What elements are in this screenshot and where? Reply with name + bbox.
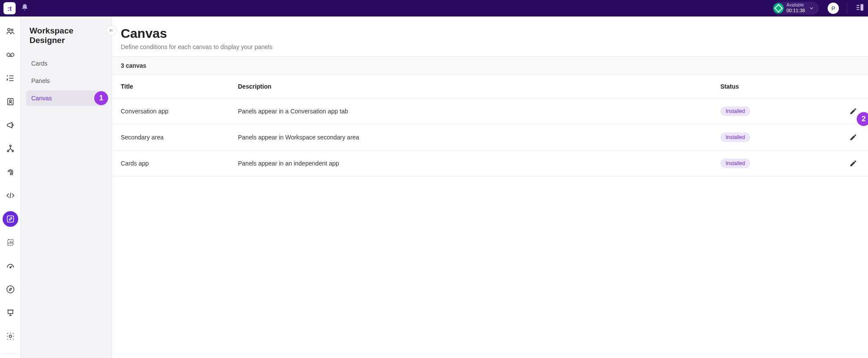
- panel-toggle-button[interactable]: [855, 3, 865, 14]
- cell-description: Panels appear in Workspace secondary are…: [238, 134, 720, 141]
- sidebar-item-panels[interactable]: Panels: [26, 73, 106, 89]
- rail-item-8[interactable]: [3, 188, 18, 203]
- chevron-left-bar-icon: [109, 28, 114, 33]
- cell-description: Panels appear in an independent app: [238, 160, 720, 167]
- gauge-icon: [6, 261, 15, 271]
- svg-point-22: [7, 286, 14, 293]
- rail-item-7[interactable]: [3, 164, 18, 180]
- bell-icon: [21, 3, 29, 11]
- svg-point-14: [10, 145, 11, 147]
- users-icon: [6, 27, 15, 36]
- callout-badge-2: 2: [857, 112, 868, 126]
- status-badge: Installed: [720, 159, 750, 168]
- pencil-icon: [849, 133, 857, 141]
- top-divider: [847, 3, 847, 13]
- column-title: Title: [121, 83, 238, 90]
- table-row: Secondary area Panels appear in Workspac…: [112, 124, 868, 150]
- cell-title: Conversation app: [121, 108, 238, 115]
- rail-divider: [4, 354, 17, 354]
- status-label: Available: [786, 3, 805, 8]
- page-title: Canvas: [121, 26, 859, 41]
- svg-point-16: [12, 150, 13, 152]
- chevron-down-icon: [809, 5, 815, 11]
- rail-item-6[interactable]: [3, 141, 18, 156]
- svg-point-15: [7, 150, 9, 152]
- panel-toggle-icon: [855, 3, 865, 12]
- app-logo[interactable]: :t: [3, 2, 16, 14]
- rail-item-10[interactable]: [3, 235, 18, 250]
- cell-title: Cards app: [121, 160, 238, 167]
- user-avatar[interactable]: P: [828, 3, 839, 14]
- results-count: 3 canvas: [112, 56, 868, 75]
- edit-square-icon: [6, 214, 15, 224]
- svg-line-17: [10, 193, 11, 199]
- svg-point-5: [11, 29, 13, 31]
- icon-rail: [0, 17, 21, 358]
- top-bar: :t Available 00:11:38 P: [0, 0, 868, 17]
- cell-title: Secondary area: [121, 134, 238, 141]
- collapse-sidebar-button[interactable]: [106, 25, 117, 36]
- rail-item-settings[interactable]: [3, 328, 18, 344]
- rail-item-3[interactable]: [3, 70, 18, 86]
- contact-icon: [6, 97, 15, 106]
- column-description: Description: [238, 83, 720, 90]
- voicemail-icon: [6, 50, 15, 60]
- fingerprint-icon: [6, 167, 15, 177]
- page-subtitle: Define conditions for each canvas to dis…: [121, 43, 859, 50]
- status-badge: Installed: [720, 133, 750, 142]
- compass-icon: [6, 285, 15, 294]
- svg-rect-0: [861, 4, 863, 11]
- sidebar-title: Workspace Designer: [26, 26, 106, 45]
- column-status: Status: [720, 83, 833, 90]
- gear-icon: [6, 331, 15, 341]
- list-ordered-icon: [6, 73, 15, 83]
- svg-point-7: [10, 53, 13, 56]
- sidebar-item-label: Canvas: [31, 95, 52, 102]
- megaphone-icon: [6, 120, 15, 130]
- svg-point-27: [9, 335, 12, 338]
- rail-item-2[interactable]: [3, 47, 18, 63]
- sidebar: Workspace Designer Cards Panels Canvas 1: [21, 17, 112, 358]
- pencil-icon: [849, 159, 857, 167]
- agent-status-pill[interactable]: Available 00:11:38: [772, 2, 819, 14]
- presentation-icon: [6, 308, 15, 318]
- edit-row-button[interactable]: [847, 157, 859, 169]
- svg-rect-24: [8, 310, 13, 314]
- status-timer: 00:11:38: [786, 8, 805, 13]
- table-row: Conversation app Panels appear in a Conv…: [112, 98, 868, 124]
- callout-badge-1: 1: [94, 91, 108, 105]
- rail-item-12[interactable]: [3, 282, 18, 297]
- sidebar-item-canvas[interactable]: Canvas 1: [26, 90, 106, 106]
- edit-row-button[interactable]: [847, 131, 859, 143]
- pencil-icon: [849, 107, 857, 115]
- svg-point-13: [9, 100, 11, 102]
- sidebar-item-cards[interactable]: Cards: [26, 56, 106, 71]
- routing-icon: [6, 144, 15, 153]
- rail-item-5[interactable]: [3, 117, 18, 133]
- table-row: Cards app Panels appear in an independen…: [112, 150, 868, 176]
- rail-item-4[interactable]: [3, 94, 18, 109]
- canvas-table: Title Description Status Conversation ap…: [112, 75, 868, 176]
- rail-item-designer[interactable]: [3, 211, 18, 227]
- activity-icon: [6, 238, 15, 247]
- status-badge: Installed: [720, 106, 750, 116]
- cell-description: Panels appear in a Conversation app tab: [238, 108, 720, 115]
- rail-item-13[interactable]: [3, 305, 18, 321]
- rail-item-1[interactable]: [3, 23, 18, 39]
- svg-point-4: [7, 29, 10, 31]
- svg-rect-18: [7, 216, 13, 222]
- main-content: Canvas Define conditions for each canvas…: [112, 17, 868, 358]
- notifications-button[interactable]: [21, 3, 29, 13]
- table-header-row: Title Description Status: [112, 75, 868, 98]
- svg-point-6: [7, 53, 10, 56]
- code-icon: [6, 191, 15, 200]
- status-indicator-icon: [773, 3, 784, 13]
- rail-item-11[interactable]: [3, 258, 18, 274]
